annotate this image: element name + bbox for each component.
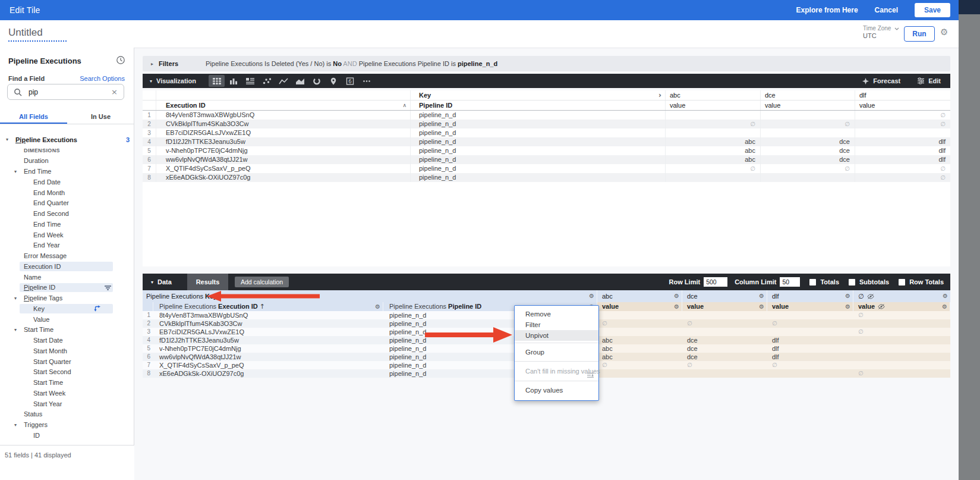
sidebar-item-start-second[interactable]: Start Second [0, 367, 134, 378]
execution-id-cell[interactable]: fD1l2J2hTTKE3Jeanu3u5w [153, 336, 383, 344]
gear-icon[interactable]: ⚙ [674, 290, 679, 302]
explore-from-here-link[interactable]: Explore from Here [796, 6, 858, 14]
value-header[interactable]: value [760, 101, 855, 110]
value-cell[interactable]: ∅ [767, 361, 853, 369]
tile-title-input[interactable]: Untitled [8, 27, 67, 42]
value-cell[interactable]: dce [682, 353, 767, 361]
visualization-collapse-icon[interactable]: ▾ [150, 79, 152, 84]
donut-chart-icon[interactable] [308, 75, 324, 87]
value-cell[interactable]: dce [682, 344, 767, 353]
value-cell[interactable] [853, 319, 950, 328]
expand-chevron-icon[interactable]: › [219, 293, 222, 300]
value-cell[interactable] [767, 328, 853, 336]
sidebar-item-pipeline-id[interactable]: Pipeline ID [0, 283, 134, 293]
value-cell[interactable] [682, 328, 767, 336]
value-header[interactable]: value [855, 101, 950, 110]
history-clock-icon[interactable] [116, 55, 125, 67]
value-header[interactable]: value⚙ [767, 302, 853, 311]
menu-item-remove[interactable]: Remove [515, 309, 598, 319]
sidebar-item-end-second[interactable]: End Second [0, 208, 134, 219]
value-cell[interactable]: ∅ [853, 369, 950, 378]
gear-icon[interactable]: ⚙ [940, 28, 948, 37]
sidebar-item-dimensions[interactable]: DIMENSIONS [0, 145, 134, 156]
value-cell[interactable]: ∅ [853, 328, 950, 336]
value-cell[interactable] [597, 328, 682, 336]
sidebar-item-end-time[interactable]: End Time [0, 219, 134, 230]
value-cell[interactable]: dlf [767, 344, 853, 353]
filters-expand-icon[interactable]: ▸ [151, 61, 153, 67]
expand-arrow-icon[interactable]: ▾ [6, 137, 8, 142]
gear-icon[interactable]: ⚙ [845, 302, 850, 311]
value-cell[interactable]: ∅ [597, 319, 682, 328]
gear-icon[interactable]: ⚙ [759, 302, 764, 311]
sidebar-item-start-week[interactable]: Start Week [0, 388, 134, 399]
text-table-icon[interactable] [242, 75, 258, 87]
pivot-group-header-dce[interactable]: dce⚙ [682, 290, 767, 302]
menu-item-filter[interactable]: Filter [515, 319, 598, 330]
forecast-button[interactable]: Forecast [862, 77, 900, 85]
checkbox-icon[interactable] [849, 279, 855, 286]
sidebar-item-status[interactable]: Status [0, 409, 134, 420]
pivot-group-header-null[interactable]: ∅⚙ [853, 290, 950, 302]
value-cell[interactable] [853, 344, 950, 353]
field-search-input[interactable] [27, 87, 101, 97]
sidebar-item-pipeline-executions[interactable]: ▾Pipeline Executions3 [0, 134, 134, 145]
edit-viz-button[interactable]: Edit [917, 77, 941, 84]
add-calculation-button[interactable]: Add calculation [235, 277, 289, 287]
value-cell[interactable] [597, 369, 682, 378]
pivot-group-header-dlf[interactable]: dlf⚙ [767, 290, 853, 302]
execution-id-cell[interactable]: ww6vlpNvQfWdA38qtJJ21w [153, 353, 383, 361]
execution-id-cell[interactable]: 8t4yVen8T3mwaXBWgbUSnQ [153, 311, 383, 319]
menu-item-copy-values[interactable]: Copy values [515, 383, 598, 397]
value-cell[interactable]: ∅ [853, 311, 950, 319]
execution-id-cell[interactable]: v-Nheh0pTPC7E0jC4dmNjg [153, 344, 383, 353]
sidebar-item-key[interactable]: Key [0, 303, 134, 314]
save-button[interactable]: Save [915, 3, 950, 17]
tab-results[interactable]: Results [187, 274, 228, 290]
sidebar-item-end-quarter[interactable]: End Quarter [0, 198, 134, 209]
value-cell[interactable] [767, 369, 853, 378]
expand-arrow-icon[interactable]: ▾ [14, 169, 17, 174]
checkbox-icon[interactable] [809, 279, 816, 286]
clear-search-icon[interactable]: × [111, 87, 118, 96]
gear-icon[interactable]: ⚙ [943, 290, 948, 302]
gear-icon[interactable]: ⚙ [845, 290, 850, 302]
sidebar-item-start-time[interactable]: Start Time [0, 377, 134, 388]
execution-id-header[interactable]: Pipeline Executions Execution ID ↑⚙ [153, 302, 383, 311]
value-cell[interactable]: dlf [767, 336, 853, 344]
single-value-icon[interactable]: 6 [342, 75, 358, 87]
sidebar-item-start-date[interactable]: Start Date [0, 335, 134, 346]
expand-arrow-icon[interactable]: ▾ [14, 296, 17, 301]
more-viz-icon[interactable] [358, 75, 374, 87]
sidebar-item-name[interactable]: Name [0, 272, 134, 283]
sidebar-item-end-week[interactable]: End Week [0, 230, 134, 240]
value-cell[interactable]: dlf [767, 353, 853, 361]
gear-icon[interactable]: ⚙ [375, 302, 380, 311]
sidebar-item-start-quarter[interactable]: Start Quarter [0, 356, 134, 367]
pivot-group-header-key[interactable]: Pipeline Executions Key›⚙ [143, 290, 597, 302]
tab-in-use[interactable]: In Use [67, 111, 134, 124]
filter-icon[interactable] [104, 285, 112, 292]
checkbox-icon[interactable] [899, 279, 905, 286]
value-cell[interactable] [853, 361, 950, 369]
pipeline-id-header[interactable]: Pipeline ID [410, 101, 665, 110]
value-cell[interactable]: ∅ [597, 361, 682, 369]
gear-icon[interactable]: ⚙ [942, 302, 947, 311]
value-cell[interactable] [597, 311, 682, 319]
value-cell[interactable]: ∅ [682, 361, 767, 369]
menu-item-unpivot[interactable]: Unpivot [515, 330, 598, 341]
sidebar-item-execution-id[interactable]: Execution ID [0, 261, 134, 272]
timezone-selector[interactable]: Time Zone UTC [863, 24, 899, 40]
data-collapse-icon[interactable]: ▾ [151, 280, 153, 285]
search-options-link[interactable]: Search Options [80, 75, 125, 82]
execution-id-cell[interactable]: xE6eADGkSk-OXiUOZ97c0g [153, 369, 383, 378]
value-header[interactable]: value⚙ [853, 302, 950, 311]
execution-id-header[interactable]: Execution ID∧ [156, 101, 410, 110]
value-cell[interactable]: abc [597, 336, 682, 344]
value-cell[interactable] [767, 311, 853, 319]
sidebar-item-error-message[interactable]: Error Message [0, 250, 134, 261]
value-cell[interactable]: abc [597, 344, 682, 353]
execution-id-cell[interactable]: X_QTIF4dSyCsSaxV_p_peQ [153, 361, 383, 369]
expand-arrow-icon[interactable]: ▾ [14, 327, 17, 332]
scatter-chart-icon[interactable] [259, 75, 275, 87]
